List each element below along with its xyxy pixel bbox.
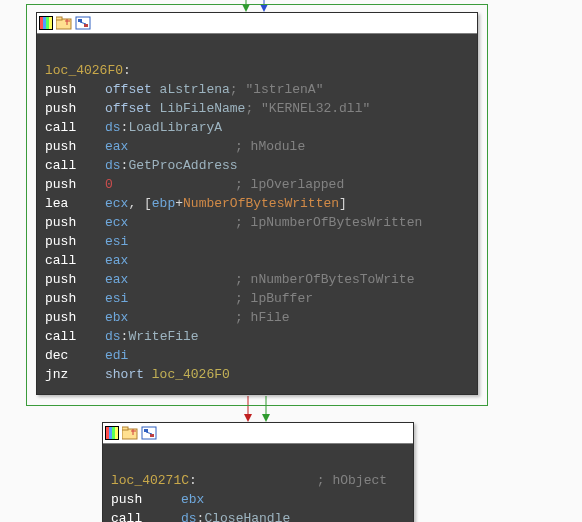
svg-rect-3	[46, 17, 49, 29]
operands: eax	[105, 137, 235, 156]
instruction-line: callds:LoadLibraryA	[45, 118, 469, 137]
svg-rect-14	[112, 427, 115, 439]
svg-rect-2	[43, 17, 46, 29]
operands: eax	[105, 270, 235, 289]
mnemonic: dec	[45, 346, 105, 365]
operand-token: ds	[181, 511, 197, 522]
mnemonic: push	[45, 99, 105, 118]
operands: eax	[105, 251, 128, 270]
instruction-line: calleax	[45, 251, 469, 270]
graph-icon[interactable]	[141, 426, 157, 440]
svg-rect-4	[49, 17, 52, 29]
operand-token: ds	[105, 120, 121, 135]
instruction-line: decedi	[45, 346, 469, 365]
operand-token: , [	[128, 196, 151, 211]
operands: esi	[105, 232, 128, 251]
comment: ; lpNumberOfBytesWritten	[235, 215, 422, 230]
graph-icon[interactable]	[75, 16, 91, 30]
operands: offset aLstrlena	[105, 80, 230, 99]
svg-rect-9	[84, 24, 88, 27]
instruction-line: callds:CloseHandle	[111, 509, 405, 522]
operand-token: eax	[105, 272, 128, 287]
operand-token: offset	[105, 82, 160, 97]
operands: ds:WriteFile	[105, 327, 199, 346]
operands: ebx	[181, 490, 204, 509]
operand-token: CloseHandle	[204, 511, 290, 522]
instruction-line: pushecx; lpNumberOfBytesWritten	[45, 213, 469, 232]
disassembly-body: loc_4026F0:pushoffset aLstrlena; "lstrle…	[37, 34, 477, 394]
basic-block-loc-40271c[interactable]: loc_40271C:; hObjectpushebxcallds:CloseH…	[102, 422, 414, 522]
mnemonic: push	[45, 175, 105, 194]
location-label-line: loc_40271C:; hObject	[111, 471, 405, 490]
svg-rect-8	[78, 19, 82, 22]
mnemonic: push	[45, 308, 105, 327]
operand-token: ecx	[105, 196, 128, 211]
location-label: loc_40271C	[111, 473, 189, 488]
comment: ; "KERNEL32.dll"	[245, 101, 370, 116]
instruction-line: pushoffset LibFileName; "KERNEL32.dll"	[45, 99, 469, 118]
operand-token: ebp	[152, 196, 175, 211]
svg-rect-12	[106, 427, 109, 439]
operand-token: eax	[105, 253, 128, 268]
comment: ; hFile	[235, 310, 290, 325]
instruction-line: callds:GetProcAddress	[45, 156, 469, 175]
operands: ds:GetProcAddress	[105, 156, 238, 175]
instruction-line: pushebx	[111, 490, 405, 509]
operand-token: ebx	[105, 310, 128, 325]
svg-rect-15	[115, 427, 118, 439]
svg-rect-6	[56, 17, 62, 20]
blank-line	[111, 452, 405, 471]
operands: ebx	[105, 308, 235, 327]
operand-token: ]	[339, 196, 347, 211]
operand-token: esi	[105, 291, 128, 306]
blank-line	[45, 42, 469, 61]
operands: esi	[105, 289, 235, 308]
graph-canvas[interactable]: loc_4026F0:pushoffset aLstrlena; "lstrle…	[0, 0, 582, 522]
comment: ; hModule	[235, 139, 305, 154]
basic-block-loc-4026f0[interactable]: loc_4026F0:pushoffset aLstrlena; "lstrle…	[36, 12, 478, 395]
operand-token: LibFileName	[160, 101, 246, 116]
folder-icon[interactable]	[122, 426, 138, 440]
mnemonic: lea	[45, 194, 105, 213]
comment: ; lpBuffer	[235, 291, 313, 306]
svg-rect-19	[144, 429, 148, 432]
palette-icon[interactable]	[39, 16, 53, 30]
operands: edi	[105, 346, 128, 365]
palette-icon[interactable]	[105, 426, 119, 440]
instruction-line: pusheax; hModule	[45, 137, 469, 156]
mnemonic: push	[111, 490, 181, 509]
comment: ; lpOverlapped	[235, 177, 344, 192]
instruction-line: jnzshort loc_4026F0	[45, 365, 469, 384]
operand-token: NumberOfBytesWritten	[183, 196, 339, 211]
operand-token: eax	[105, 139, 128, 154]
operands: ecx	[105, 213, 235, 232]
instruction-line: pusheax; nNumberOfBytesToWrite	[45, 270, 469, 289]
node-titlebar	[37, 13, 477, 34]
operand-token: esi	[105, 234, 128, 249]
operand-token: 0	[105, 177, 113, 192]
comment: ; hObject	[317, 473, 387, 488]
operand-token: GetProcAddress	[128, 158, 237, 173]
location-label-line: loc_4026F0:	[45, 61, 469, 80]
operands: offset LibFileName	[105, 99, 245, 118]
operand-token: short	[105, 367, 152, 382]
operand-token: edi	[105, 348, 128, 363]
mnemonic: call	[45, 156, 105, 175]
instruction-line: pushesi; lpBuffer	[45, 289, 469, 308]
instruction-line: pushesi	[45, 232, 469, 251]
svg-rect-13	[109, 427, 112, 439]
mnemonic: call	[45, 118, 105, 137]
operands: short loc_4026F0	[105, 365, 230, 384]
mnemonic: push	[45, 289, 105, 308]
instruction-line: leaecx, [ebp+NumberOfBytesWritten]	[45, 194, 469, 213]
svg-rect-17	[122, 427, 128, 430]
mnemonic: call	[45, 327, 105, 346]
mnemonic: push	[45, 80, 105, 99]
mnemonic: push	[45, 213, 105, 232]
folder-icon[interactable]	[56, 16, 72, 30]
operand-token: offset	[105, 101, 160, 116]
instruction-line: callds:WriteFile	[45, 327, 469, 346]
operand-token: ds	[105, 158, 121, 173]
comment: ; "lstrlenA"	[230, 82, 324, 97]
operand-token: ds	[105, 329, 121, 344]
